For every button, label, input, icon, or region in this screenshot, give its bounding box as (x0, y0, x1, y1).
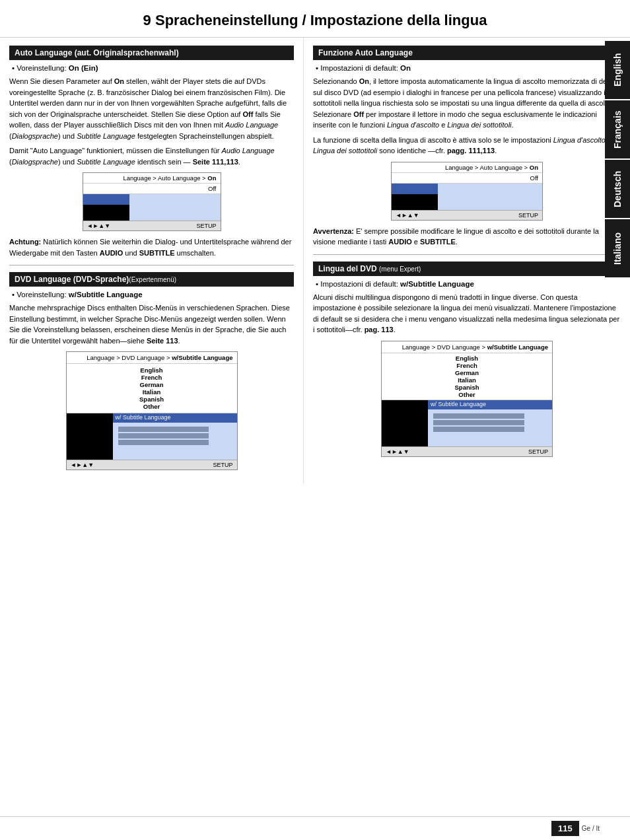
highlight-row (83, 194, 129, 205)
lingua-screen-left (382, 400, 428, 446)
menu-path: Language > Auto Language > On (83, 173, 221, 184)
setup-btn: SETUP (196, 223, 216, 229)
lingua-line-3 (433, 427, 524, 432)
section-funzione-header: Funzione Auto Language (313, 46, 621, 60)
lingua-selected-text: w/ Subtitle Language (428, 400, 489, 408)
left-column: Auto Language (aut. Originalsprachenwahl… (0, 38, 304, 483)
right-column: Funzione Auto Language • Impostazioni di… (304, 38, 630, 483)
dvd-menu-footer: ◄►▲▼ SETUP (67, 460, 237, 470)
page-ref: Ge / It (582, 825, 600, 832)
lingua-menu-mockup: Language > DVD Language > w/Subtitle Lan… (381, 341, 553, 457)
section-auto-lang-header: Auto Language (aut. Originalsprachenwahl… (9, 46, 294, 60)
lingua-menu-path: Language > DVD Language > w/Subtitle Lan… (382, 341, 552, 353)
tab-italiano[interactable]: Italiano (605, 218, 630, 277)
dvd-screen-right: w/ Subtitle Language (113, 413, 237, 460)
bottom-bar: 115 Ge / It (0, 816, 630, 840)
page-number: 115 (551, 821, 579, 836)
lingua-screen: w/ Subtitle Language (382, 400, 552, 446)
auto-lang-note: Achtung: Natürlich können Sie weiterhin … (9, 236, 294, 258)
screen-left (83, 194, 129, 221)
section-lingua-header: Lingua del DVD (menu Expert) (313, 262, 621, 276)
lingua-menu-options: English French German Italian Spanish Ot… (382, 353, 552, 400)
funzione-menu-off: Off (392, 173, 542, 183)
section-separator-2 (313, 254, 621, 255)
dvd-screen-left (67, 413, 113, 460)
lingua-line-2 (433, 420, 524, 425)
funzione-default: • Impostazioni di default: On (313, 64, 621, 72)
screen-right (129, 194, 221, 221)
dvd-items (113, 423, 237, 449)
dvd-lang-default: • Voreinstellung: w/Subtitle Language (9, 291, 294, 298)
dvd-line-2 (118, 433, 209, 438)
funzione-screen-left (392, 184, 438, 210)
lingua-setup-btn: SETUP (528, 448, 548, 455)
dvd-menu-options: English French German Italian Spanish Ot… (67, 364, 237, 413)
dvd-highlight-row: w/ Subtitle Language (113, 413, 237, 423)
tab-francais[interactable]: Français (605, 99, 630, 158)
section-dvd-lang-header: DVD Language (DVD-Sprache)(Expertenmenü) (9, 272, 294, 287)
menu-screen (83, 193, 221, 221)
lingua-items (428, 409, 552, 436)
tab-english[interactable]: English (605, 40, 630, 99)
lingua-menu-footer: ◄►▲▼ SETUP (382, 446, 552, 456)
lingua-line-1 (433, 413, 524, 419)
funzione-nav-arrows: ◄►▲▼ (396, 212, 419, 219)
funzione-menu-mockup: Language > Auto Language > On Off ◄►▲▼ S… (391, 162, 543, 221)
funzione-menu-screen (392, 183, 542, 210)
page-title: 9 Spracheneinstellung / Impostazione del… (0, 0, 630, 38)
dvd-lang-menu-mockup: Language > DVD Language > w/Subtitle Lan… (66, 351, 238, 470)
dvd-selected-text: w/ Subtitle Language (113, 413, 174, 421)
tab-deutsch[interactable]: Deutsch (605, 158, 630, 218)
lang-sidebar: English Français Deutsch Italiano (605, 40, 630, 277)
menu-footer: ◄►▲▼ SETUP (83, 221, 221, 230)
section-separator-1 (9, 265, 294, 265)
lingua-screen-right: w/ Subtitle Language (428, 400, 552, 446)
funzione-body2: La funzione di scelta della lingua di as… (313, 135, 621, 157)
funzione-highlight (392, 184, 438, 194)
nav-arrows: ◄►▲▼ (87, 223, 111, 229)
auto-lang-body1: Wenn Sie diesen Parameter auf On stellen… (9, 76, 294, 141)
dvd-line-1 (118, 427, 209, 432)
funzione-screen-right (438, 184, 542, 210)
auto-lang-body2: Damit "Auto Language" funktioniert, müss… (9, 145, 294, 167)
dvd-nav-arrows: ◄►▲▼ (71, 462, 94, 468)
lingua-default: • Impostazioni di default: w/Subtitle La… (313, 280, 621, 288)
funzione-body1: Selezionando On, il lettore imposta auto… (313, 76, 621, 131)
dvd-menu-path: Language > DVD Language > w/Subtitle Lan… (67, 352, 237, 364)
lingua-highlight-row: w/ Subtitle Language (428, 400, 552, 409)
lingua-body1: Alcuni dischi multilingua dispongono di … (313, 292, 621, 335)
funzione-note: Avvertenza: E' sempre possibile modifica… (313, 226, 621, 248)
menu-off-option: Off (83, 184, 221, 193)
lingua-nav-arrows: ◄►▲▼ (386, 448, 409, 455)
auto-lang-menu-mockup: Language > Auto Language > On Off ◄►▲▼ S… (83, 172, 221, 231)
dvd-line-3 (118, 440, 209, 445)
dvd-screen: w/ Subtitle Language (67, 413, 237, 460)
funzione-menu-footer: ◄►▲▼ SETUP (392, 210, 542, 220)
auto-lang-default: • Voreinstellung: On (Ein) (9, 64, 294, 72)
funzione-menu-path: Language > Auto Language > On (392, 162, 542, 173)
dvd-setup-btn: SETUP (213, 462, 232, 468)
funzione-setup-btn: SETUP (518, 212, 538, 219)
dvd-lang-body1: Manche mehrsprachige Discs enthalten Dis… (9, 302, 294, 346)
